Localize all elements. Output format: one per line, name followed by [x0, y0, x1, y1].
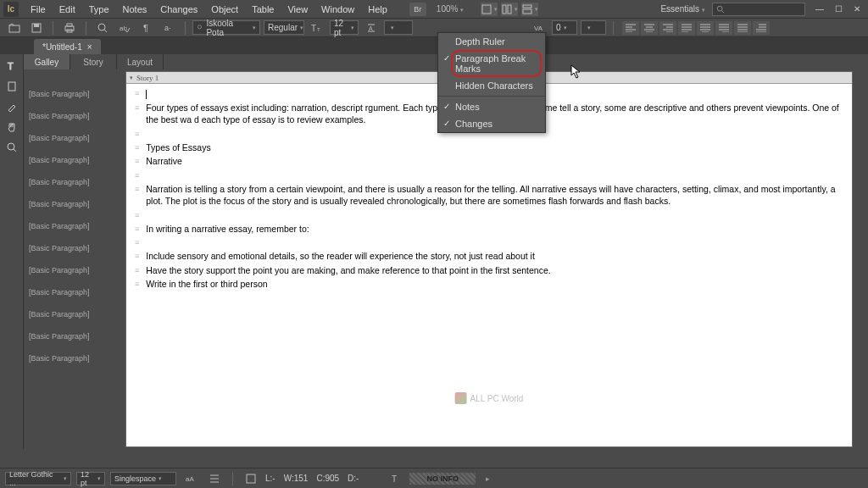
status-spacing-field[interactable]: Singlespace — [110, 472, 176, 485]
spellcheck-icon[interactable]: ab — [115, 20, 134, 36]
chevron-right-icon[interactable]: ▸ — [486, 474, 490, 483]
note-tool-icon[interactable] — [3, 78, 20, 95]
tab-layout[interactable]: Layout — [117, 54, 164, 69]
editor-line[interactable]: ≡Write in the first or third person — [135, 278, 843, 291]
menu-view[interactable]: View — [281, 4, 314, 14]
eyedropper-tool-icon[interactable] — [3, 98, 20, 115]
status-depth: D:- — [348, 474, 359, 483]
indent-icon[interactable] — [753, 21, 770, 35]
svg-text:aA: aA — [186, 475, 194, 483]
editor-text: Include sensory and emotional details, s… — [146, 250, 843, 263]
menu-edit[interactable]: Edit — [53, 4, 82, 14]
workspace-switcher[interactable]: Essentials — [654, 4, 712, 14]
search-input[interactable] — [712, 3, 805, 16]
status-info-icon[interactable] — [242, 471, 260, 486]
status-aa-icon[interactable]: aA — [181, 471, 200, 486]
font-size-field[interactable]: 12 pt — [330, 20, 359, 35]
svg-rect-3 — [523, 5, 531, 8]
paragraph-style-item[interactable]: [Basic Paragraph] — [27, 329, 122, 351]
characters-icon[interactable]: a· — [159, 20, 178, 36]
menu-table[interactable]: Table — [245, 4, 281, 14]
open-icon[interactable] — [5, 20, 24, 36]
arrange-icon[interactable] — [501, 3, 518, 16]
paragraph-style-item[interactable]: [Basic Paragraph] — [27, 241, 122, 263]
editor-line[interactable]: ≡Narrative — [135, 155, 843, 168]
paragraph-style-item[interactable]: [Basic Paragraph] — [27, 130, 122, 152]
editor-line[interactable]: ≡ — [135, 169, 843, 181]
menu-item-paragraph-break-marks[interactable]: Paragraph Break Marks — [438, 50, 545, 77]
align-right-icon[interactable] — [659, 21, 676, 35]
status-size-field[interactable]: 12 pt — [76, 472, 105, 485]
justify-left-icon[interactable] — [678, 21, 695, 35]
zoom-tool-icon[interactable] — [3, 139, 20, 156]
tracking-field[interactable]: 0 — [552, 20, 577, 35]
hand-tool-icon[interactable] — [3, 119, 20, 136]
paragraph-style-item[interactable]: [Basic Paragraph] — [27, 219, 122, 241]
editor-line[interactable]: ≡In writing a narrative essay, remember … — [135, 223, 843, 236]
menu-item-notes[interactable]: Notes — [438, 98, 545, 115]
editor-line[interactable]: ≡ — [135, 209, 843, 221]
svg-line-6 — [722, 10, 725, 13]
justify-all-icon[interactable] — [734, 21, 751, 35]
align-center-icon[interactable] — [641, 21, 658, 35]
svg-point-13 — [98, 24, 105, 30]
document-tab[interactable]: *Untitled-1 × — [34, 39, 101, 54]
align-left-icon[interactable] — [622, 21, 639, 35]
window-maximize[interactable]: ☐ — [831, 3, 846, 15]
paragraph-style-item[interactable]: [Basic Paragraph] — [27, 108, 122, 130]
menu-item-changes[interactable]: Changes — [438, 115, 545, 132]
paragraph-style-item[interactable]: [Basic Paragraph] — [27, 285, 122, 307]
menu-type[interactable]: Type — [82, 4, 116, 14]
menu-object[interactable]: Object — [204, 4, 245, 14]
kerning-field[interactable] — [581, 20, 606, 35]
find-icon[interactable] — [93, 20, 112, 36]
save-icon[interactable] — [27, 20, 46, 36]
paragraph-style-list: [Basic Paragraph][Basic Paragraph][Basic… — [24, 69, 125, 449]
paragraph-style-item[interactable]: [Basic Paragraph] — [27, 175, 122, 197]
menu-file[interactable]: File — [24, 4, 53, 14]
editor-line[interactable]: ≡Have the story support the point you ar… — [135, 264, 843, 277]
menu-window[interactable]: Window — [314, 4, 361, 14]
status-fit-icon[interactable]: T — [386, 471, 404, 486]
menu-help[interactable]: Help — [361, 4, 394, 14]
pilcrow-icon: ≡ — [135, 210, 139, 221]
pilcrow-icon: ≡ — [135, 88, 139, 100]
tab-story[interactable]: Story — [70, 54, 117, 69]
paragraph-style-item[interactable]: [Basic Paragraph] — [27, 197, 122, 219]
text-cursor — [146, 90, 147, 99]
status-font-field[interactable]: Letter Gothic ... — [5, 472, 71, 485]
font-family-field[interactable]: Iskoola Pota — [192, 20, 260, 35]
paragraph-style-item[interactable]: [Basic Paragraph] — [27, 263, 122, 285]
menu-changes[interactable]: Changes — [153, 4, 204, 14]
justify-right-icon[interactable] — [715, 21, 732, 35]
menu-notes[interactable]: Notes — [116, 4, 154, 14]
leading-field[interactable] — [384, 20, 413, 35]
menu-item-hidden-characters[interactable]: Hidden Characters — [438, 77, 545, 94]
tab-galley[interactable]: Galley — [24, 54, 70, 69]
view-options-icon[interactable] — [521, 3, 538, 16]
paragraph-style-item[interactable]: [Basic Paragraph] — [27, 307, 122, 329]
editor-line[interactable]: ≡Narration is telling a story from a cer… — [135, 183, 843, 208]
paragraph-style-item[interactable]: [Basic Paragraph] — [27, 86, 122, 108]
justify-center-icon[interactable] — [697, 21, 714, 35]
window-minimize[interactable]: — — [812, 3, 827, 15]
pilcrow-icon[interactable]: ¶ — [137, 20, 156, 36]
menu-item-depth-ruler[interactable]: Depth Ruler — [438, 33, 545, 50]
print-icon[interactable] — [60, 20, 79, 36]
window-close[interactable]: ✕ — [849, 3, 865, 15]
svg-text:T: T — [8, 61, 14, 71]
screen-mode-icon[interactable] — [481, 3, 498, 16]
close-icon[interactable]: × — [87, 42, 92, 52]
type-tool-icon[interactable]: T — [3, 58, 20, 75]
svg-rect-1 — [503, 5, 506, 14]
paragraph-style-item[interactable]: [Basic Paragraph] — [27, 351, 122, 373]
status-abc-icon[interactable] — [205, 471, 224, 486]
svg-point-59 — [8, 143, 14, 150]
zoom-level[interactable]: 100% — [430, 4, 471, 14]
paragraph-style-item[interactable]: [Basic Paragraph] — [27, 152, 122, 175]
bridge-button[interactable]: Br — [409, 3, 426, 16]
editor-line[interactable]: ≡Types of Essays — [135, 141, 843, 154]
editor-line[interactable]: ≡ — [135, 236, 843, 248]
editor-line[interactable]: ≡Include sensory and emotional details, … — [135, 250, 843, 263]
font-style-field[interactable]: Regular — [264, 20, 304, 35]
